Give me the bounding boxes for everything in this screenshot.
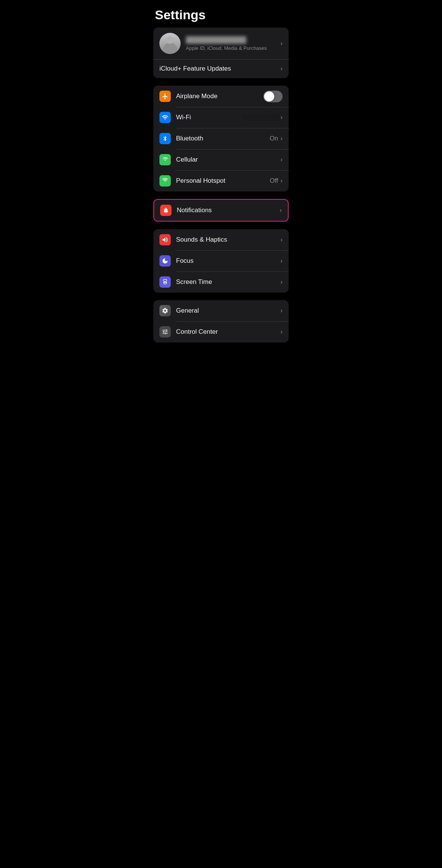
sliders-icon [162,328,168,335]
bluetooth-icon-bg [159,133,171,144]
profile-info: Apple ID, iCloud, Media & Purchases [186,36,280,51]
wifi-icon-bg [159,112,171,123]
bluetooth-icon [162,135,168,142]
general-chevron: › [280,307,283,315]
sounds-haptics-label: Sounds & Haptics [176,236,280,244]
general-label: General [176,307,280,315]
bluetooth-label: Bluetooth [176,135,270,142]
hotspot-icon-bg [159,175,171,187]
profile-subtitle: Apple ID, iCloud, Media & Purchases [186,45,280,51]
general-row[interactable]: General › [153,300,289,321]
profile-section: Apple ID, iCloud, Media & Purchases › iC… [153,28,289,78]
general-section: General › Control Center › [153,300,289,342]
wifi-row[interactable]: Wi-Fi › [153,107,289,128]
gear-icon [162,307,168,314]
hotspot-icon [162,177,168,184]
bluetooth-value: On [270,135,278,142]
airplane-mode-label: Airplane Mode [176,93,263,100]
cellular-label: Cellular [176,156,280,163]
control-center-label: Control Center [176,328,280,336]
profile-row[interactable]: Apple ID, iCloud, Media & Purchases › [153,28,289,59]
sounds-haptics-row[interactable]: Sounds & Haptics › [153,229,289,250]
personal-hotspot-label: Personal Hotspot [176,177,270,185]
wifi-label: Wi-Fi [176,114,243,121]
screen-time-chevron: › [280,278,283,286]
hotspot-chevron: › [280,177,283,185]
general-icon-bg [159,305,171,316]
bluetooth-chevron: › [280,135,283,142]
speaker-icon [162,236,168,243]
sounds-icon-bg [159,234,171,245]
notifications-section-inner: Notifications › [154,200,288,221]
hotspot-value: Off [270,177,278,185]
icloud-label: iCloud+ Feature Updates [159,65,280,72]
control-center-icon-bg [159,326,171,338]
notifications-row[interactable]: Notifications › [154,200,288,221]
control-center-row[interactable]: Control Center › [153,321,289,342]
avatar [159,33,181,54]
focus-row[interactable]: Focus › [153,250,289,271]
screen-time-label: Screen Time [176,278,280,286]
screen-time-row[interactable]: Screen Time › [153,271,289,293]
page-title: Settings [147,0,295,28]
notifications-icon-bg [160,205,172,216]
notifications-section: Notifications › [153,199,289,222]
focus-icon-bg [159,255,171,267]
hourglass-icon [162,279,168,285]
connectivity-section: Airplane Mode Wi-Fi › Bluetooth On › [153,86,289,191]
control-center-chevron: › [280,328,283,336]
sounds-chevron: › [280,236,283,244]
profile-name [186,36,246,44]
wifi-chevron: › [280,114,283,121]
focus-chevron: › [280,257,283,265]
cellular-icon [162,156,168,163]
wifi-value [243,114,280,121]
sound-section: Sounds & Haptics › Focus › Screen Time › [153,229,289,293]
airplane-mode-row[interactable]: Airplane Mode [153,86,289,107]
focus-label: Focus [176,257,280,265]
moon-icon [162,257,168,264]
profile-chevron: › [280,40,283,47]
cellular-row[interactable]: Cellular › [153,149,289,170]
wifi-icon [162,114,168,121]
airplane-mode-icon [159,91,171,102]
bell-icon [162,207,169,214]
airplane-icon [162,93,168,100]
cellular-icon-bg [159,154,171,165]
notifications-label: Notifications [177,207,280,214]
cellular-chevron: › [280,156,283,163]
bluetooth-row[interactable]: Bluetooth On › [153,128,289,149]
notifications-chevron: › [280,207,282,214]
icloud-row[interactable]: iCloud+ Feature Updates › [153,59,289,78]
personal-hotspot-row[interactable]: Personal Hotspot Off › [153,170,289,191]
airplane-mode-toggle[interactable] [263,91,283,102]
screen-time-icon-bg [159,276,171,288]
icloud-chevron: › [280,65,283,72]
toggle-knob [264,91,274,102]
